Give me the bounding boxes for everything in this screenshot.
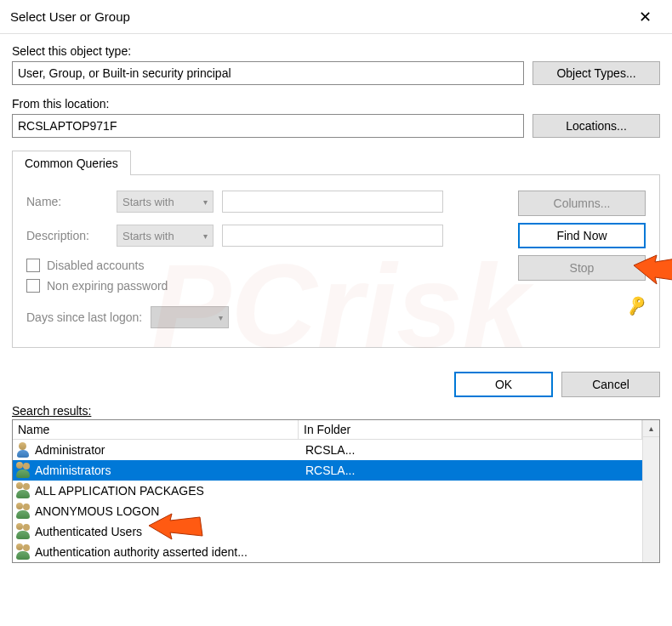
description-mode-value: Starts with xyxy=(122,230,174,242)
row-name: ALL APPLICATION PACKAGES xyxy=(33,484,300,498)
search-results-label: Search results: xyxy=(12,404,660,418)
chevron-down-icon: ▾ xyxy=(219,313,223,322)
row-name: Administrators xyxy=(33,464,300,477)
results-table: Name In Folder AdministratorRCSLA...Admi… xyxy=(12,419,660,563)
window-title: Select User or Group xyxy=(10,9,629,24)
name-filter-label: Name: xyxy=(26,195,108,208)
search-icon: 🔑 xyxy=(625,294,648,317)
name-mode-select[interactable]: Starts with ▾ xyxy=(117,191,214,213)
table-row[interactable]: Authenticated Users xyxy=(13,521,642,542)
days-since-logon-select[interactable]: ▾ xyxy=(151,306,229,328)
row-name: Administrator xyxy=(33,443,300,457)
name-filter-input[interactable] xyxy=(222,191,443,213)
row-name: Authenticated Users xyxy=(33,525,300,538)
description-filter-input[interactable] xyxy=(222,225,443,247)
scroll-up-icon[interactable]: ▴ xyxy=(643,420,659,437)
chevron-down-icon: ▾ xyxy=(203,197,208,207)
stop-button[interactable]: Stop xyxy=(518,255,646,281)
table-row[interactable]: AdministratorRCSLA... xyxy=(13,440,642,460)
disabled-accounts-checkbox[interactable] xyxy=(26,259,40,272)
row-folder: RCSLA... xyxy=(300,443,642,457)
group-icon xyxy=(14,462,31,479)
non-expiring-label: Non expiring password xyxy=(47,279,168,293)
column-header-name[interactable]: Name xyxy=(13,420,299,439)
ok-button[interactable]: OK xyxy=(454,372,553,397)
description-filter-label: Description: xyxy=(26,229,108,242)
table-row[interactable]: ANONYMOUS LOGON xyxy=(13,501,642,521)
name-mode-value: Starts with xyxy=(122,196,174,208)
columns-button[interactable]: Columns... xyxy=(518,191,646,216)
non-expiring-checkbox[interactable] xyxy=(26,279,40,293)
days-since-logon-label: Days since last logon: xyxy=(26,310,142,324)
group-icon xyxy=(14,482,31,499)
group-icon xyxy=(14,503,31,520)
find-now-button[interactable]: Find Now xyxy=(518,223,646,248)
table-row[interactable]: ALL APPLICATION PACKAGES xyxy=(13,481,642,501)
table-row[interactable]: AdministratorsRCSLA... xyxy=(13,460,642,481)
chevron-down-icon: ▾ xyxy=(203,231,208,241)
scroll-track[interactable] xyxy=(643,437,659,562)
group-icon xyxy=(14,523,31,540)
results-header: Name In Folder xyxy=(13,420,642,440)
group-icon xyxy=(14,543,31,561)
locations-button[interactable]: Locations... xyxy=(532,114,660,138)
object-type-label: Select this object type: xyxy=(12,44,660,58)
close-icon[interactable]: ✕ xyxy=(629,4,662,30)
scrollbar[interactable]: ▴ xyxy=(642,420,659,562)
object-types-button[interactable]: Object Types... xyxy=(532,61,660,85)
location-input[interactable]: RCSLAPTOP971F xyxy=(12,114,524,138)
titlebar: Select User or Group ✕ xyxy=(0,0,672,34)
disabled-accounts-label: Disabled accounts xyxy=(47,259,144,272)
column-header-folder[interactable]: In Folder xyxy=(299,420,642,439)
row-name: Authentication authority asserted ident.… xyxy=(33,545,300,559)
location-label: From this location: xyxy=(12,97,660,111)
cancel-button[interactable]: Cancel xyxy=(561,372,660,397)
object-type-input[interactable]: User, Group, or Built-in security princi… xyxy=(12,61,524,85)
table-row[interactable]: Authentication authority asserted ident.… xyxy=(13,542,642,562)
tab-common-queries[interactable]: Common Queries xyxy=(12,151,131,175)
row-folder: RCSLA... xyxy=(300,464,642,477)
row-name: ANONYMOUS LOGON xyxy=(33,504,300,518)
description-mode-select[interactable]: Starts with ▾ xyxy=(117,225,214,247)
user-icon xyxy=(14,441,31,458)
